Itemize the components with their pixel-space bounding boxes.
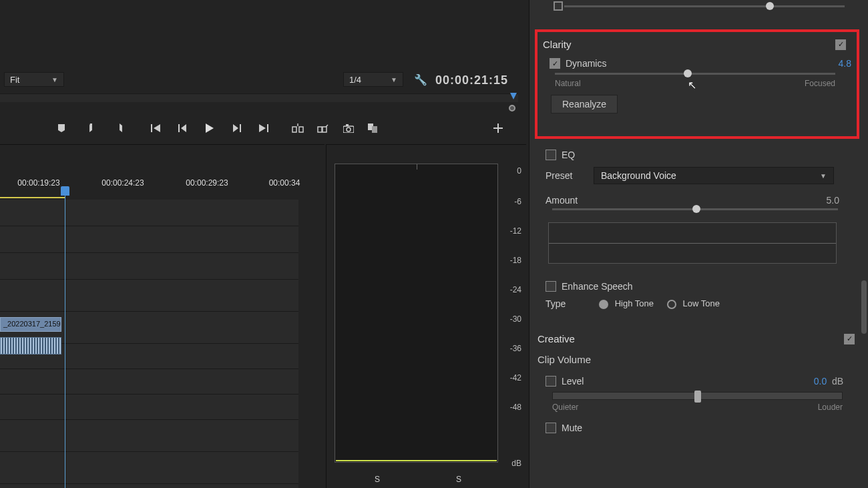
play-button[interactable] bbox=[203, 122, 216, 134]
monitor-timeline-ruler[interactable] bbox=[0, 93, 518, 113]
video-clip[interactable]: _20220317_2159 bbox=[0, 317, 61, 332]
audio-track-a6[interactable] bbox=[0, 420, 298, 452]
reanalyze-button[interactable]: Reanalyze bbox=[551, 95, 618, 113]
scale-label: -30 bbox=[510, 314, 521, 324]
slider-thumb[interactable] bbox=[684, 69, 692, 77]
preset-dropdown[interactable]: Background Voice ▼ bbox=[594, 167, 834, 184]
low-tone-label: Low Tone bbox=[683, 298, 720, 308]
vol-label-right: Louder bbox=[818, 403, 843, 412]
program-monitor-area: Fit ▼ 1/4 ▼ 🔧 00:00:21:15 bbox=[0, 0, 527, 488]
vol-label-left: Quieter bbox=[552, 403, 578, 412]
mute-checkbox[interactable] bbox=[546, 423, 556, 433]
amount-value[interactable]: 5.0 bbox=[827, 195, 839, 206]
monitor-playhead-icon[interactable] bbox=[510, 93, 517, 99]
scale-label: -12 bbox=[510, 226, 521, 236]
prior-checkbox[interactable] bbox=[554, 1, 563, 11]
timeline-ruler[interactable]: 00:00:19:23 00:00:24:23 00:00:29:23 00:0… bbox=[0, 145, 324, 186]
level-label: Level bbox=[562, 376, 584, 387]
solo-button-left[interactable]: S bbox=[375, 475, 380, 484]
timecode-display[interactable]: 00:00:21:15 bbox=[435, 73, 508, 87]
step-back-button[interactable] bbox=[176, 122, 190, 134]
level-checkbox[interactable] bbox=[546, 376, 556, 387]
amount-slider[interactable] bbox=[552, 208, 838, 210]
work-area-bar[interactable] bbox=[0, 197, 65, 198]
clip-volume-title: Clip Volume bbox=[537, 354, 860, 365]
slider-thumb[interactable] bbox=[692, 205, 700, 213]
audio-clip[interactable] bbox=[0, 337, 61, 354]
audio-track-a7[interactable] bbox=[0, 452, 298, 484]
creative-title: Creative bbox=[537, 333, 575, 344]
level-value[interactable]: 0.0 bbox=[814, 376, 827, 387]
level-unit: dB bbox=[832, 376, 843, 387]
mark-out-button[interactable] bbox=[112, 122, 126, 134]
prior-slider bbox=[537, 5, 860, 24]
audio-track-a5[interactable] bbox=[0, 395, 298, 420]
add-marker-button[interactable] bbox=[55, 122, 68, 134]
slider-thumb[interactable] bbox=[766, 2, 774, 10]
enhance-speech-checkbox[interactable] bbox=[546, 281, 556, 292]
panel-scrollbar[interactable] bbox=[861, 280, 867, 334]
eq-curve-display[interactable] bbox=[548, 222, 837, 264]
enhance-speech-label: Enhance Speech bbox=[562, 281, 633, 292]
tone-type-row: Type High Tone Low Tone bbox=[537, 298, 860, 309]
video-track-v3[interactable] bbox=[0, 200, 298, 226]
meter-peak-line bbox=[336, 460, 497, 461]
video-track-v1[interactable] bbox=[0, 253, 298, 280]
low-tone-option[interactable]: Low Tone bbox=[667, 298, 720, 309]
meter-scale: 0 -6 -12 -18 -24 -30 -36 -42 -48 dB bbox=[500, 164, 524, 465]
prior-slider-track[interactable] bbox=[564, 5, 845, 7]
time-label: 00:00:34 bbox=[269, 178, 300, 188]
resolution-dropdown[interactable]: 1/4 ▼ bbox=[343, 72, 403, 87]
scale-label: -42 bbox=[510, 373, 521, 383]
scale-label: -36 bbox=[510, 344, 521, 353]
extract-button[interactable] bbox=[316, 122, 330, 134]
step-forward-button[interactable] bbox=[230, 122, 243, 134]
monitor-out-point-icon[interactable] bbox=[509, 105, 515, 111]
svg-rect-2 bbox=[318, 127, 322, 132]
solo-button-right[interactable]: S bbox=[456, 475, 461, 484]
video-track-v2[interactable] bbox=[0, 226, 298, 253]
timeline-panel: 00:00:19:23 00:00:24:23 00:00:29:23 00:0… bbox=[0, 144, 324, 488]
playhead-icon[interactable] bbox=[61, 186, 69, 196]
go-to-in-button[interactable] bbox=[150, 122, 163, 134]
eq-checkbox[interactable] bbox=[546, 150, 556, 160]
time-label: 00:00:29:23 bbox=[186, 178, 228, 188]
resolution-label: 1/4 bbox=[349, 75, 361, 85]
cursor-icon: ↖ bbox=[688, 79, 696, 91]
audio-meter-panel: 0 -6 -12 -18 -24 -30 -36 -42 -48 dB S S bbox=[326, 144, 526, 488]
zoom-fit-label: Fit bbox=[10, 75, 19, 85]
zoom-fit-dropdown[interactable]: Fit ▼ bbox=[4, 72, 64, 87]
dynamics-checkbox[interactable]: ✓ bbox=[550, 58, 560, 69]
high-tone-option[interactable]: High Tone bbox=[599, 298, 654, 309]
time-label: 00:00:24:23 bbox=[101, 178, 144, 188]
creative-enable-checkbox[interactable]: ✓ bbox=[844, 334, 855, 344]
export-frame-button[interactable] bbox=[342, 122, 355, 134]
scale-unit: dB bbox=[511, 459, 521, 468]
volume-slider[interactable] bbox=[552, 392, 843, 400]
dynamics-slider[interactable] bbox=[555, 73, 835, 75]
monitor-controls: Fit ▼ 1/4 ▼ 🔧 00:00:21:15 bbox=[0, 72, 521, 88]
audio-track-a8[interactable] bbox=[0, 484, 298, 488]
audio-track-a1[interactable] bbox=[0, 280, 298, 312]
playhead-line bbox=[65, 189, 65, 488]
svg-rect-6 bbox=[346, 124, 349, 126]
clarity-enable-checkbox[interactable]: ✓ bbox=[835, 39, 846, 50]
svg-rect-3 bbox=[322, 127, 327, 132]
creative-section-header[interactable]: Creative ✓ bbox=[537, 333, 860, 344]
clarity-section: Clarity ✓ ✓ Dynamics 4.8 ↖ Natural Focus… bbox=[535, 29, 859, 139]
time-label: 00:00:19:23 bbox=[17, 178, 59, 188]
radio-icon bbox=[667, 300, 676, 309]
mark-in-button[interactable] bbox=[84, 122, 97, 134]
slider-thumb[interactable] bbox=[694, 391, 701, 403]
settings-wrench-icon[interactable]: 🔧 bbox=[414, 73, 427, 86]
slider-label-left: Natural bbox=[555, 79, 581, 88]
lift-button[interactable] bbox=[291, 122, 304, 134]
button-editor-plus-icon[interactable] bbox=[491, 122, 505, 134]
enhance-speech-row: Enhance Speech bbox=[537, 281, 860, 292]
dynamics-value[interactable]: 4.8 bbox=[839, 58, 851, 69]
audio-track-a4[interactable] bbox=[0, 369, 298, 395]
comparison-view-button[interactable] bbox=[367, 122, 381, 134]
eq-section: EQ Preset Background Voice ▼ Amount 5.0 bbox=[537, 150, 860, 264]
go-to-out-button[interactable] bbox=[256, 122, 270, 134]
dynamics-label: Dynamics bbox=[566, 58, 839, 69]
